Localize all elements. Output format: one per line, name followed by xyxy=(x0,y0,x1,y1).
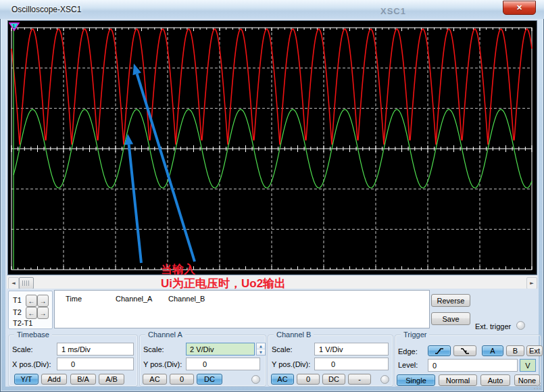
window-title: Oscilloscope-XSC1 xyxy=(11,5,81,14)
scroll-left-button[interactable]: ◄ xyxy=(8,277,19,289)
t2-left-button[interactable]: ← xyxy=(26,307,37,319)
resize-grip[interactable] xyxy=(533,382,541,390)
left-arrow-icon: ← xyxy=(28,297,35,305)
cursor-readout: Time Channel_A Channel_B xyxy=(54,290,430,328)
trigger-single-button[interactable]: Single xyxy=(397,374,435,386)
timebase-title: Timebase xyxy=(14,330,52,339)
trigger-source-b-button[interactable]: B xyxy=(506,345,524,356)
channel-a-group: Channel A Scale: 2 V/Div ▲ ▼ Y pos.(Div)… xyxy=(139,335,266,387)
ext-trigger-label: Ext. trigger xyxy=(475,322,511,330)
reverse-button[interactable]: Reverse xyxy=(431,294,470,307)
scope-display: 1 xyxy=(7,20,537,275)
scroll-left-icon: ◄ xyxy=(11,280,15,286)
right-arrow-icon: → xyxy=(40,297,47,305)
channel-b-ac-button[interactable]: AC xyxy=(271,374,294,385)
trigger-group: Trigger Edge: A B Ext Level: 0 V Single … xyxy=(395,335,541,387)
timebase-scale-label: Scale: xyxy=(12,345,33,353)
channel-b-ypos-field[interactable]: 0 xyxy=(314,358,389,370)
t1-label: T1 xyxy=(13,296,22,304)
channel-b-title: Channel B xyxy=(274,330,314,339)
left-arrow-icon: ← xyxy=(28,310,35,317)
trigger-level-field[interactable]: 0 xyxy=(428,359,518,372)
timebase-yt-button[interactable]: Y/T xyxy=(14,374,39,385)
readout-col-channel-a: Channel_A xyxy=(116,295,152,303)
scroll-thumb[interactable] xyxy=(19,277,34,289)
scroll-right-icon: ► xyxy=(530,280,533,286)
background-watermark: XSC1 xyxy=(380,6,406,16)
trigger-falling-edge-button[interactable] xyxy=(453,345,476,356)
window-content: 1 ◄ ► 当输入 Ui为正电压时，Uo2输出 T1 ← → T2 xyxy=(5,19,539,387)
title-bar[interactable]: Oscilloscope-XSC1 XSC1 ✕ xyxy=(0,0,544,19)
channel-a-zero-button[interactable]: 0 xyxy=(170,374,194,385)
channel-a-ypos-label: Y pos.(Div): xyxy=(143,360,182,368)
readout-col-channel-b: Channel_B xyxy=(168,295,205,303)
trigger-rising-edge-button[interactable] xyxy=(428,345,451,356)
timebase-ab-button[interactable]: A/B xyxy=(99,374,124,385)
channel-b-dc-button[interactable]: DC xyxy=(322,374,345,385)
trigger-edge-label: Edge: xyxy=(398,347,418,356)
channel-a-scale-spinner[interactable]: ▲ ▼ xyxy=(256,343,266,356)
t2-label: T2 xyxy=(13,308,22,316)
channel-a-ypos-field[interactable]: 0 xyxy=(186,358,260,370)
spinner-up-icon[interactable]: ▲ xyxy=(257,343,265,349)
waveform-canvas: 1 xyxy=(9,22,536,274)
channel-a-connector xyxy=(251,375,260,384)
cursor-box: T1 ← → T2 ← → T2-T1 xyxy=(8,291,53,329)
annotation-line1: 当输入 xyxy=(161,262,350,276)
timebase-scale-field[interactable]: 1 ms/Div xyxy=(57,343,134,356)
svg-text:1: 1 xyxy=(13,24,16,28)
channel-b-ypos-label: Y pos.(Div): xyxy=(272,360,310,368)
channel-a-title: Channel A xyxy=(145,330,185,339)
timebase-group: Timebase Scale: 1 ms/Div X pos.(Div): 0 … xyxy=(8,335,138,387)
spinner-down-icon[interactable]: ▼ xyxy=(257,349,265,355)
scroll-right-button[interactable]: ► xyxy=(526,277,537,289)
channel-a-scale-field[interactable]: 2 V/Div xyxy=(186,343,255,356)
timebase-ba-button[interactable]: B/A xyxy=(70,374,96,385)
control-panel: T1 ← → T2 ← → T2-T1 Time Channel_A Chann… xyxy=(5,289,539,387)
readout-col-time: Time xyxy=(66,295,82,303)
ext-trigger-connector xyxy=(516,321,525,330)
t2-right-button[interactable]: → xyxy=(37,307,49,319)
t1-right-button[interactable]: → xyxy=(37,295,49,307)
annotation-line2: Ui为正电压时，Uo2输出 xyxy=(161,276,350,291)
channel-b-scale-field[interactable]: 1 V/Div xyxy=(314,343,389,356)
channel-b-zero-button[interactable]: 0 xyxy=(297,374,320,385)
channel-b-minus-button[interactable]: - xyxy=(348,374,371,385)
timebase-xpos-field[interactable]: 0 xyxy=(57,358,134,370)
trigger-normal-button[interactable]: Normal xyxy=(439,374,477,386)
close-icon: ✕ xyxy=(516,3,522,12)
trigger-level-unit: V xyxy=(520,359,536,372)
channel-a-ac-button[interactable]: AC xyxy=(143,374,167,385)
trigger-auto-button[interactable]: Auto xyxy=(480,374,510,386)
annotation-text: 当输入 Ui为正电压时，Uo2输出 xyxy=(161,262,350,291)
timebase-add-button[interactable]: Add xyxy=(41,374,67,385)
channel-b-connector xyxy=(380,375,389,384)
rising-edge-icon xyxy=(435,347,444,355)
trigger-source-ext-button[interactable]: Ext xyxy=(526,345,543,356)
timebase-xpos-label: X pos.(Div): xyxy=(12,360,51,368)
trigger-level-label: Level: xyxy=(398,361,418,369)
close-button[interactable]: ✕ xyxy=(503,1,536,15)
save-button[interactable]: Save xyxy=(431,312,470,325)
oscilloscope-window: Oscilloscope-XSC1 XSC1 ✕ 1 ◄ ► 当输入 Ui为正电… xyxy=(0,0,544,392)
channel-b-scale-label: Scale: xyxy=(272,345,293,353)
channel-a-dc-button[interactable]: DC xyxy=(197,374,222,385)
channel-a-scale-label: Scale: xyxy=(143,345,164,353)
trigger-source-a-button[interactable]: A xyxy=(482,345,503,356)
t2-t1-label: T2-T1 xyxy=(13,319,32,327)
falling-edge-icon xyxy=(460,347,470,355)
t1-left-button[interactable]: ← xyxy=(26,295,37,307)
trigger-title: Trigger xyxy=(401,330,429,339)
right-arrow-icon: → xyxy=(40,310,47,317)
channel-b-group: Channel B Scale: 1 V/Div Y pos.(Div): 0 … xyxy=(268,335,393,387)
thumb-grip-icon xyxy=(22,280,29,286)
